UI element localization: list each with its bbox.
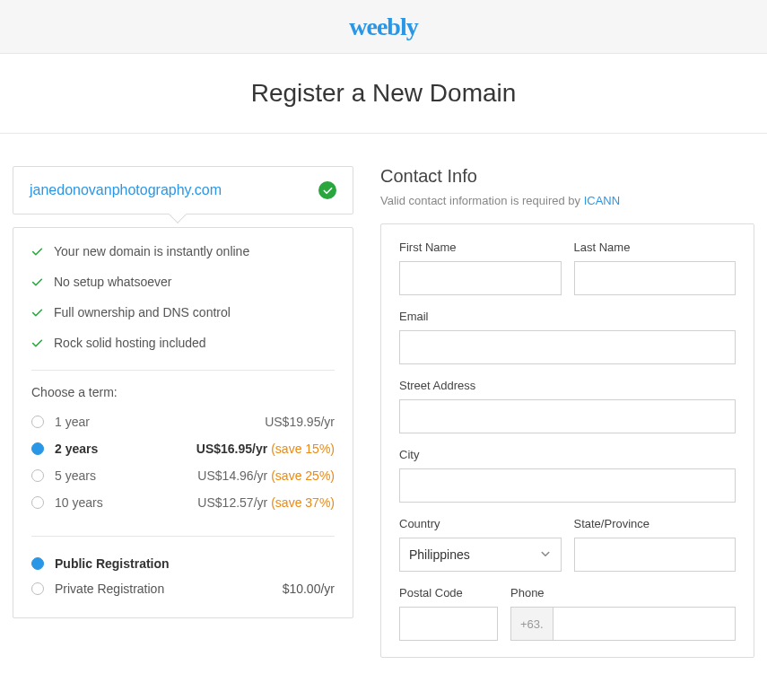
- feature-row: No setup whatsoever: [31, 275, 335, 289]
- checkmark-icon: [31, 246, 43, 258]
- phone-prefix: +63.: [510, 607, 553, 641]
- postal-label: Postal Code: [399, 586, 498, 599]
- term-label: 5 years: [55, 468, 96, 483]
- check-success-icon: [318, 181, 336, 199]
- divider: [31, 536, 335, 537]
- checkmark-icon: [31, 337, 43, 349]
- email-label: Email: [399, 310, 736, 323]
- radio-icon: [31, 416, 44, 428]
- term-option-10yr[interactable]: 10 years US$12.57/yr(save 37%): [31, 489, 335, 516]
- term-option-5yr[interactable]: 5 years US$14.96/yr(save 25%): [31, 462, 335, 489]
- term-save: (save 25%): [271, 468, 335, 483]
- term-label: 10 years: [55, 495, 103, 510]
- contact-subtext: Valid contact information is required by…: [380, 194, 754, 207]
- contact-form: First Name Last Name Email Street Addres…: [380, 223, 754, 658]
- first-name-label: First Name: [399, 241, 562, 254]
- state-label: State/Province: [574, 517, 736, 530]
- term-price: US$19.95/yr: [265, 415, 335, 429]
- registration-option-private[interactable]: Private Registration $10.00/yr: [31, 576, 335, 601]
- page-title: Register a New Domain: [0, 79, 767, 108]
- feature-text: Your new domain is instantly online: [54, 244, 249, 258]
- postal-input[interactable]: [399, 607, 498, 641]
- term-price: US$12.57/yr: [197, 495, 267, 510]
- last-name-input[interactable]: [574, 261, 736, 295]
- street-label: Street Address: [399, 379, 736, 392]
- term-label: 2 years: [55, 442, 98, 456]
- brand-logo: weebly: [349, 13, 417, 41]
- radio-icon: [31, 469, 44, 482]
- registration-option-public[interactable]: Public Registration: [31, 551, 335, 576]
- term-price: US$14.96/yr: [197, 468, 267, 483]
- email-input[interactable]: [399, 330, 736, 364]
- country-select[interactable]: [399, 538, 562, 572]
- header-band: weebly: [0, 0, 767, 54]
- term-save: (save 37%): [271, 495, 335, 510]
- feature-row: Your new domain is instantly online: [31, 244, 335, 258]
- country-label: Country: [399, 517, 562, 530]
- domain-name-text: janedonovanphotography.com: [30, 182, 222, 198]
- feature-text: Full ownership and DNS control: [54, 305, 231, 319]
- contact-section-title: Contact Info: [380, 166, 754, 187]
- feature-row: Rock solid hosting included: [31, 336, 335, 350]
- feature-text: No setup whatsoever: [54, 275, 172, 289]
- icann-link[interactable]: ICANN: [584, 194, 620, 207]
- plan-details-box: Your new domain is instantly online No s…: [13, 227, 353, 618]
- city-input[interactable]: [399, 468, 736, 503]
- last-name-label: Last Name: [574, 241, 736, 254]
- term-label: 1 year: [55, 415, 90, 429]
- term-option-1yr[interactable]: 1 year US$19.95/yr: [31, 408, 335, 435]
- callout-pointer: [169, 206, 187, 223]
- registration-label: Public Registration: [55, 556, 170, 571]
- phone-label: Phone: [510, 586, 736, 599]
- phone-input[interactable]: [553, 607, 736, 641]
- radio-icon: [31, 557, 44, 570]
- term-save: (save 15%): [271, 442, 335, 456]
- radio-icon: [31, 496, 44, 509]
- registration-price: $10.00/yr: [283, 582, 335, 596]
- choose-term-label: Choose a term:: [31, 385, 335, 399]
- state-input[interactable]: [574, 538, 736, 572]
- registration-label: Private Registration: [55, 582, 164, 596]
- radio-icon: [31, 442, 44, 455]
- radio-icon: [31, 582, 44, 595]
- checkmark-icon: [31, 276, 43, 288]
- term-option-2yr[interactable]: 2 years US$16.95/yr(save 15%): [31, 435, 335, 462]
- domain-display-box: janedonovanphotography.com: [13, 166, 353, 214]
- feature-row: Full ownership and DNS control: [31, 305, 335, 319]
- term-price: US$16.95/yr: [196, 442, 267, 456]
- page-title-section: Register a New Domain: [0, 54, 767, 134]
- street-input[interactable]: [399, 399, 736, 433]
- contact-subtext-text: Valid contact information is required by: [380, 194, 584, 207]
- checkmark-icon: [31, 307, 43, 319]
- first-name-input[interactable]: [399, 261, 562, 295]
- city-label: City: [399, 448, 736, 461]
- feature-text: Rock solid hosting included: [54, 336, 206, 350]
- divider: [31, 370, 335, 371]
